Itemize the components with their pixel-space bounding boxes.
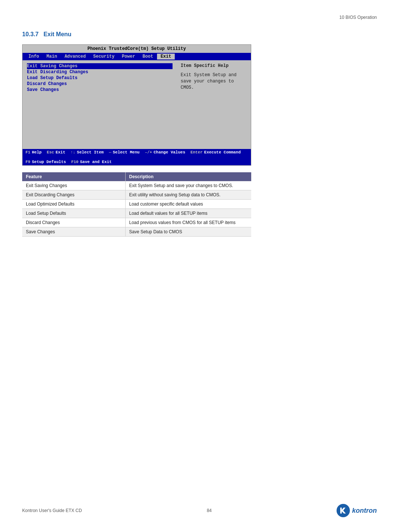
description-cell: Exit utility without saving Setup data t… bbox=[125, 190, 251, 200]
bios-nav-advanced[interactable]: Advanced bbox=[61, 54, 90, 60]
bios-key-f1: F1 bbox=[25, 150, 30, 155]
bios-title: Phoenix TrustedCore(tm) Setup Utility bbox=[23, 45, 251, 53]
description-cell: Load previous values from CMOS for all S… bbox=[125, 218, 251, 227]
bios-key-plusminus: -/+ bbox=[145, 150, 152, 155]
table-row: Exit Saving ChangesExit System Setup and… bbox=[22, 181, 251, 190]
footer-page-number: 84 bbox=[207, 508, 212, 513]
description-cell: Load default values for all SETUP items bbox=[125, 209, 251, 218]
description-cell: Save Setup Data to CMOS bbox=[125, 227, 251, 237]
table-row: Load Setup DefaultsLoad default values f… bbox=[22, 209, 251, 218]
bios-menu-save-changes[interactable]: Save Changes bbox=[27, 87, 173, 93]
footer-left-text: Kontron User's Guide ETX CD bbox=[22, 508, 82, 513]
bios-footer-f9: F9 Setup Defaults bbox=[25, 160, 66, 164]
bios-nav-main[interactable]: Main bbox=[43, 54, 61, 60]
bios-help-panel: Item Specific Help Exit System Setup and… bbox=[177, 60, 251, 149]
feature-cell: Load Setup Defaults bbox=[22, 209, 125, 218]
section-heading: 10.3.7 Exit Menu bbox=[22, 31, 377, 38]
kontron-logo-icon bbox=[337, 504, 350, 517]
bios-label-select-item: Select Item bbox=[77, 150, 104, 155]
feature-col-header: Feature bbox=[22, 172, 125, 181]
bios-label-setup-defaults: Setup Defaults bbox=[32, 160, 66, 164]
bios-footer-arrows: ↑↓ Select Item bbox=[71, 150, 104, 155]
bios-footer-plusminus: -/+ Change Values bbox=[145, 150, 185, 155]
bios-nav-security[interactable]: Security bbox=[89, 54, 118, 60]
bios-nav-boot[interactable]: Boot bbox=[139, 54, 157, 60]
bios-footer-enter: Enter Execute Command bbox=[191, 150, 241, 155]
bios-label-help: Help bbox=[32, 150, 41, 155]
feature-cell: Discard Changes bbox=[22, 218, 125, 227]
feature-cell: Save Changes bbox=[22, 227, 125, 237]
table-row: Discard ChangesLoad previous values from… bbox=[22, 218, 251, 227]
bios-key-updown: ↑↓ bbox=[71, 150, 75, 155]
footer-logo: kontron bbox=[337, 504, 377, 517]
bios-label-save-exit: Save and Exit bbox=[80, 160, 112, 164]
bios-nav-info[interactable]: Info bbox=[25, 54, 43, 60]
bios-nav-power[interactable]: Power bbox=[118, 54, 139, 60]
feature-cell: Load Optimized Defaults bbox=[22, 200, 125, 209]
bios-footer-esc: Esc Exit bbox=[47, 150, 65, 155]
description-cell: Exit System Setup and save your changes … bbox=[125, 181, 251, 190]
table-row: Exit Discarding ChangesExit utility with… bbox=[22, 190, 251, 200]
bios-menu-discard-changes[interactable]: Discard Changes bbox=[27, 81, 173, 87]
table-row: Save ChangesSave Setup Data to CMOS bbox=[22, 227, 251, 237]
bios-label-change-values: Change Values bbox=[154, 150, 185, 155]
bios-key-f9: F9 bbox=[25, 160, 30, 164]
bios-screenshot: Phoenix TrustedCore(tm) Setup Utility In… bbox=[22, 44, 251, 166]
description-col-header: Description bbox=[125, 172, 251, 181]
bios-nav-exit[interactable]: Exit bbox=[157, 54, 175, 60]
bios-menu-load-defaults[interactable]: Load Setup Defaults bbox=[27, 75, 173, 81]
description-cell: Load customer specific default values bbox=[125, 200, 251, 209]
bios-content: Exit Saving Changes Exit Discarding Chan… bbox=[23, 60, 251, 149]
bios-menu-exit-discarding[interactable]: Exit Discarding Changes bbox=[27, 69, 173, 75]
bios-label-select-menu: Select Menu bbox=[113, 150, 140, 155]
feature-cell: Exit Discarding Changes bbox=[22, 190, 125, 200]
page-footer: Kontron User's Guide ETX CD 84 kontron bbox=[22, 504, 377, 517]
bios-footer-f10: F10 Save and Exit bbox=[71, 160, 112, 164]
bios-menu-exit-saving[interactable]: Exit Saving Changes bbox=[27, 63, 173, 69]
feature-table: Feature Description Exit Saving ChangesE… bbox=[22, 172, 251, 237]
bios-footer: F1 Help Esc Exit ↑↓ Select Item ↔ Select… bbox=[23, 149, 251, 165]
bios-key-f10: F10 bbox=[71, 160, 79, 164]
bios-label-exit: Exit bbox=[55, 150, 65, 155]
bios-footer-f1: F1 Help bbox=[25, 150, 42, 155]
bios-menu-list: Exit Saving Changes Exit Discarding Chan… bbox=[23, 60, 177, 149]
bios-help-description: Exit System Setup andsave your changes t… bbox=[181, 72, 247, 91]
section-title: Exit Menu bbox=[44, 31, 72, 37]
bios-footer-lr: ↔ Select Menu bbox=[109, 150, 140, 155]
bios-key-enter: Enter bbox=[191, 150, 203, 155]
table-row: Load Optimized DefaultsLoad customer spe… bbox=[22, 200, 251, 209]
bios-label-execute: Execute Command bbox=[204, 150, 241, 155]
bios-help-title: Item Specific Help bbox=[181, 63, 247, 68]
section-number: 10.3.7 bbox=[22, 31, 38, 37]
footer-brand-name: kontron bbox=[352, 507, 377, 515]
feature-cell: Exit Saving Changes bbox=[22, 181, 125, 190]
bios-nav: Info Main Advanced Security Power Boot E… bbox=[23, 53, 251, 60]
bios-key-esc: Esc bbox=[47, 150, 54, 155]
page-reference: 10 BIOS Operation bbox=[22, 15, 377, 20]
bios-key-leftright: ↔ bbox=[109, 150, 112, 155]
